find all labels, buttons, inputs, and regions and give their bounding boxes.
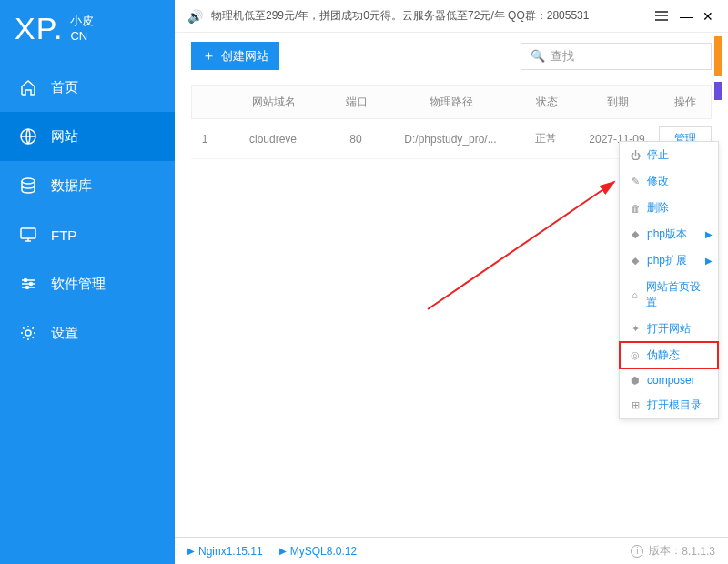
th-path: 物理路径 [385, 95, 518, 110]
menu-item-label: 删除 [647, 200, 669, 216]
search-icon: 🔍 [531, 49, 545, 63]
menu-item-icon: ⏻ [629, 149, 642, 162]
menu-icon[interactable] [655, 11, 668, 21]
menu-item-删除[interactable]: 🗑删除 [620, 195, 718, 221]
chevron-right-icon: ▶ [705, 256, 713, 266]
menu-item-icon: ✎ [629, 176, 642, 188]
menu-item-icon: ◎ [629, 349, 642, 362]
menu-item-label: php扩展 [647, 253, 687, 268]
menu-item-修改[interactable]: ✎修改 [620, 168, 718, 195]
home-icon [18, 77, 38, 97]
th-domain: 网站域名 [219, 95, 329, 110]
speaker-icon[interactable]: 🔊 [184, 5, 206, 27]
menu-item-网站首页设置[interactable]: ⌂网站首页设置 [620, 274, 718, 316]
th-status: 状态 [518, 95, 576, 110]
logo-text: XP. [15, 11, 63, 46]
chevron-right-icon: ▶ [705, 229, 713, 239]
sidebar-item-label: 设置 [51, 325, 78, 342]
sidebar-item-settings[interactable]: 设置 [0, 308, 175, 358]
menu-item-composer[interactable]: ⬢composer [620, 368, 718, 392]
search-input[interactable]: 🔍 查找 [521, 43, 712, 70]
mysql-label: MySQL8.0.12 [290, 545, 357, 558]
svg-point-3 [25, 279, 27, 282]
menu-item-打开根目录[interactable]: ⊞打开根目录 [620, 392, 718, 418]
sidebar-item-software[interactable]: 软件管理 [0, 259, 175, 308]
th-expiry: 到期 [576, 95, 660, 110]
create-label: 创建网站 [221, 48, 268, 65]
sidebar-item-label: 数据库 [51, 177, 92, 195]
menu-item-label: 伪静态 [647, 347, 680, 363]
th-op: 操作 [660, 95, 711, 110]
sidebar-item-database[interactable]: 数据库 [0, 161, 175, 210]
play-icon: ▶ [279, 546, 287, 556]
row-status: 正常 [517, 131, 575, 146]
app-logo: XP. 小皮 CN [0, 0, 175, 54]
menu-item-打开网站[interactable]: ✦打开网站 [620, 316, 718, 342]
sidebar-item-label: 软件管理 [51, 276, 106, 293]
sidebar-item-label: 网站 [51, 128, 78, 146]
menu-item-icon: ⌂ [629, 288, 641, 301]
menu-item-php版本[interactable]: ◆php版本▶ [620, 221, 718, 247]
sidebar-item-label: 首页 [51, 79, 78, 96]
svg-point-5 [26, 287, 29, 289]
row-idx: 1 [191, 133, 218, 146]
logo-sub1: 小皮 [70, 14, 94, 29]
gear-icon [18, 323, 38, 343]
menu-item-label: 网站首页设置 [646, 279, 709, 310]
database-icon [18, 176, 38, 196]
svg-rect-2 [21, 228, 35, 238]
svg-point-1 [22, 178, 35, 184]
menu-item-icon: ⬢ [629, 374, 642, 387]
row-path: D:/phpstudy_pro/... [384, 133, 517, 146]
version-label: 版本： [649, 543, 682, 559]
sidebar-item-label: FTP [51, 227, 76, 243]
version-value: 8.1.1.3 [682, 545, 715, 558]
nginx-label: Nginx1.15.11 [198, 545, 263, 558]
nginx-status[interactable]: ▶ Nginx1.15.11 [187, 545, 263, 558]
announcement-text: 物理机低至299元/年，拼团成功0元得。云服务器低至72元/年 QQ群：2805… [211, 8, 655, 24]
table-header: 网站域名 端口 物理路径 状态 到期 操作 [191, 85, 712, 119]
menu-item-icon: ⊞ [629, 399, 642, 412]
menu-item-label: composer [647, 374, 695, 387]
svg-point-6 [25, 330, 31, 336]
menu-item-label: 打开根目录 [647, 398, 702, 413]
menu-item-label: 打开网站 [647, 321, 691, 337]
menu-item-icon: ✦ [629, 323, 642, 336]
menu-item-label: 修改 [647, 174, 669, 189]
monitor-icon [18, 225, 38, 245]
sidebar-item-home[interactable]: 首页 [0, 63, 175, 112]
search-placeholder: 查找 [551, 48, 574, 65]
globe-icon [18, 126, 38, 146]
svg-point-4 [30, 283, 33, 286]
menu-item-icon: ◆ [629, 228, 642, 241]
create-website-button[interactable]: ＋ 创建网站 [191, 42, 279, 70]
menu-item-php扩展[interactable]: ◆php扩展▶ [620, 247, 718, 274]
menu-item-icon: ◆ [629, 255, 642, 267]
logo-sub2: CN [70, 29, 94, 45]
sidebar-item-website[interactable]: 网站 [0, 112, 175, 161]
mysql-status[interactable]: ▶ MySQL8.0.12 [279, 545, 357, 558]
play-icon: ▶ [187, 546, 195, 556]
menu-item-label: php版本 [647, 227, 687, 242]
row-port: 80 [328, 133, 384, 146]
info-icon[interactable]: i [631, 545, 643, 558]
sidebar-item-ftp[interactable]: FTP [0, 210, 175, 259]
menu-item-停止[interactable]: ⏻停止 [620, 142, 718, 168]
sliders-icon [18, 274, 38, 294]
row-domain: cloudreve [218, 133, 328, 146]
close-button[interactable]: ✕ [697, 5, 719, 27]
menu-item-伪静态[interactable]: ◎伪静态 [620, 342, 718, 368]
menu-item-label: 停止 [647, 147, 669, 163]
minimize-button[interactable]: — [675, 5, 697, 27]
th-port: 端口 [329, 95, 385, 110]
menu-item-icon: 🗑 [629, 202, 642, 215]
plus-icon: ＋ [202, 47, 216, 65]
manage-dropdown: ⏻停止✎修改🗑删除◆php版本▶◆php扩展▶⌂网站首页设置✦打开网站◎伪静态⬢… [619, 141, 719, 419]
